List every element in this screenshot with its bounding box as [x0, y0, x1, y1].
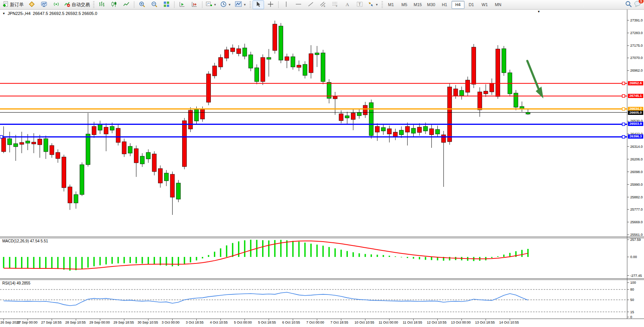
- chart-profiles-button[interactable]: ▼: [233, 0, 248, 9]
- annotation-arrowhead[interactable]: [536, 87, 543, 98]
- chart-symbol-title: JPN225-,H4: [8, 11, 31, 16]
- candle-body: [255, 68, 259, 82]
- candle-body: [387, 129, 391, 134]
- tile-windows-button[interactable]: [161, 0, 172, 9]
- candle-body: [122, 142, 126, 154]
- line-chart-button[interactable]: [121, 0, 132, 9]
- horizontal-line-tool[interactable]: [293, 0, 304, 9]
- dropdown-caret-icon[interactable]: ▼: [243, 3, 246, 7]
- dropdown-caret-icon[interactable]: ▼: [375, 3, 378, 7]
- candle-body: [424, 126, 428, 131]
- fibonacci-tool[interactable]: F: [329, 0, 341, 9]
- hline-handle[interactable]: [622, 95, 625, 97]
- candle-body: [98, 124, 102, 130]
- dropdown-caret-icon[interactable]: ▼: [228, 3, 231, 7]
- candle-body: [496, 49, 500, 96]
- annotation-arrow[interactable]: [527, 61, 539, 90]
- text-tool[interactable]: A: [342, 0, 353, 9]
- auto-trading-button[interactable]: 自动交易: [63, 0, 91, 9]
- hline-handle[interactable]: [622, 82, 625, 85]
- candle-body: [448, 87, 452, 142]
- timeframe-w1[interactable]: W1: [478, 1, 491, 9]
- market-watch-button[interactable]: [38, 0, 50, 9]
- timeframe-d1[interactable]: D1: [465, 1, 478, 9]
- timeframe-m1[interactable]: M1: [385, 1, 398, 9]
- cursor-button[interactable]: [253, 0, 264, 9]
- candle-body: [285, 57, 289, 60]
- chart-shift-marker-icon[interactable]: ▼: [537, 10, 540, 13]
- svg-text:F: F: [336, 5, 337, 7]
- toolbar-grip: [382, 1, 383, 8]
- candle-body: [291, 57, 295, 67]
- candle-body: [74, 195, 78, 203]
- trendline-tool[interactable]: [305, 0, 316, 9]
- fibonacci-icon: F: [332, 1, 338, 8]
- collapse-ohlc-icon[interactable]: ▼: [2, 12, 5, 15]
- search-icon[interactable]: [625, 1, 632, 9]
- candle-body: [460, 90, 464, 96]
- timeframe-h1[interactable]: H1: [438, 1, 451, 9]
- vertical-line-tool[interactable]: [280, 0, 292, 9]
- depth-of-market-button[interactable]: [26, 0, 37, 9]
- periods-button[interactable]: ▼: [219, 0, 233, 9]
- candle-body: [164, 173, 168, 181]
- candle-body: [363, 105, 367, 115]
- text-label-tool[interactable]: T: [354, 0, 365, 9]
- toolbar-grip: [93, 1, 95, 8]
- timeframe-group: M1M5M15M30H1H4D1W1MN: [385, 1, 505, 9]
- bar-chart-button[interactable]: [96, 0, 108, 9]
- candle-body: [435, 129, 440, 134]
- hline-handle[interactable]: [622, 108, 625, 110]
- candle-body: [116, 128, 120, 142]
- timeframe-m15[interactable]: M15: [411, 1, 424, 9]
- candle-body: [110, 126, 114, 130]
- new-chart-button[interactable]: ▼: [204, 0, 218, 9]
- candle-body: [267, 57, 271, 59]
- dropdown-caret-icon[interactable]: ▼: [214, 3, 217, 7]
- notifications-button[interactable]: 1: [634, 1, 641, 8]
- zoom-out-button[interactable]: [148, 0, 160, 9]
- new-order-button[interactable]: 新订单: [1, 0, 25, 9]
- main-toolbar: 新订单 自动交易: [0, 0, 644, 10]
- crosshair-button[interactable]: [265, 0, 276, 9]
- rsi-label: RSI(14): [2, 281, 15, 285]
- candle-body: [176, 183, 181, 199]
- candle-body: [194, 110, 199, 121]
- gold-tag-icon: [29, 1, 35, 8]
- zoom-in-button[interactable]: [136, 0, 148, 9]
- timeframe-h4[interactable]: H4: [452, 1, 465, 9]
- candlestick-chart-button[interactable]: [108, 0, 120, 9]
- svg-text:T: T: [358, 2, 361, 7]
- tester-play-icon: [179, 1, 185, 8]
- equidistant-channel-tool[interactable]: E: [317, 0, 329, 9]
- zoom-in-icon: [139, 1, 145, 8]
- chart-title-row: ▼ JPN225-,H4 26647.5 26692.5 26592.5 266…: [2, 11, 97, 16]
- strategy-tester-button[interactable]: [176, 0, 188, 9]
- candle-body: [183, 121, 187, 167]
- candle-body: [152, 154, 157, 172]
- candle-body: [417, 127, 422, 132]
- candle-body: [502, 49, 506, 73]
- candle-body: [309, 54, 313, 73]
- timeframe-m5[interactable]: M5: [398, 1, 411, 9]
- arrows-tool[interactable]: ▼: [366, 0, 380, 9]
- candle-body: [32, 142, 36, 144]
- timeframe-mn[interactable]: MN: [492, 1, 505, 9]
- candle-body: [315, 53, 319, 55]
- candle-body: [158, 168, 163, 183]
- monitor-chart-icon: [41, 1, 47, 8]
- timeframe-m30[interactable]: M30: [425, 1, 438, 9]
- step-forward-button[interactable]: [189, 0, 200, 9]
- candle-body: [369, 103, 373, 136]
- hline-handle[interactable]: [622, 123, 625, 126]
- candle-body: [134, 149, 139, 163]
- candle-body: [279, 26, 283, 60]
- hline-handle[interactable]: [622, 136, 625, 138]
- candle-body: [484, 91, 488, 94]
- hline-handle[interactable]: [0, 136, 3, 138]
- candle-body: [514, 93, 518, 107]
- candle-body: [170, 174, 174, 197]
- signals-button[interactable]: [51, 0, 62, 9]
- auto-trading-label: 自动交易: [72, 2, 90, 8]
- chart-canvas[interactable]: [0, 10, 644, 327]
